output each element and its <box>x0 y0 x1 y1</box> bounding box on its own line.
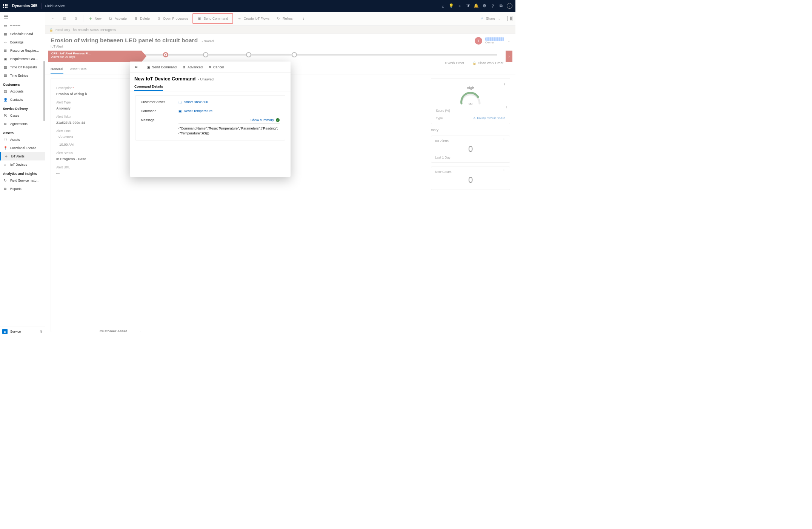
field-underline <box>178 123 280 124</box>
left-nav: ▭━━━━ ▦Schedule Board ᰔBookings ☰Resourc… <box>0 12 45 336</box>
dialog-cancel-button[interactable]: ✕Cancel <box>206 64 226 71</box>
chevron-updown-icon: ⇅ <box>40 330 43 333</box>
document-icon: 🗎 <box>3 122 8 126</box>
nav-item-resource-req[interactable]: ☰Resource Require… <box>0 46 45 55</box>
cube-icon: ⬚ <box>178 100 182 104</box>
nav-item-schedule-board[interactable]: ▦Schedule Board <box>0 30 45 38</box>
calendar-icon: ▦ <box>3 65 8 69</box>
dialog-send-command-button[interactable]: ▣Send Command <box>145 64 179 71</box>
dialog-title: New IoT Device Command <box>134 76 196 82</box>
topbar-divider <box>41 3 42 9</box>
nav-label: Cases <box>10 114 19 117</box>
message-json-text[interactable]: {"CommandName":"Reset Temperature","Para… <box>178 126 280 136</box>
search-icon[interactable]: ⌕ <box>439 4 447 8</box>
btn-label: Cancel <box>213 65 224 69</box>
window-icon: ▣ <box>3 57 8 61</box>
filter-icon[interactable]: ⧩ <box>464 3 472 8</box>
nav-item-truncated[interactable]: ▭━━━━ <box>0 22 45 30</box>
area-name: Service <box>10 330 21 333</box>
nav-item-fs-history[interactable]: ↻Field Service histo… <box>0 176 45 185</box>
nav-item-reports[interactable]: 🗎Reports <box>0 185 45 193</box>
history-icon: ↻ <box>3 178 8 183</box>
nav-label: IoT Alerts <box>11 154 25 158</box>
nav-label: Agreements <box>10 122 28 126</box>
check-circle-icon: ✓ <box>276 118 280 122</box>
nav-item-functional-locations[interactable]: 📍Functional Locatio… <box>0 144 45 152</box>
nav-item-iot-alerts[interactable]: ⎆IoT Alerts <box>0 152 45 160</box>
nav-label: Time Entries <box>10 74 28 77</box>
nav-item-time-off[interactable]: ▦Time Off Requests <box>0 63 45 71</box>
calendar-icon: ▦ <box>3 32 8 36</box>
nav-item-agreements[interactable]: 🗎Agreements <box>0 120 45 128</box>
show-summary-link[interactable]: Show summary✓ <box>178 118 280 122</box>
nav-item-bookings[interactable]: ᰔBookings <box>0 38 45 46</box>
wrench-icon: 🛠 <box>3 113 8 118</box>
nav-label: Field Service histo… <box>10 179 40 182</box>
brand-label: Dynamics 365 <box>12 4 37 8</box>
person-icon: 👤 <box>3 97 8 102</box>
app-area-label[interactable]: Field Service <box>45 4 65 8</box>
list-icon: ☰ <box>3 48 8 53</box>
dialog-form-card: Customer Asset ⬚Smart Brew 300 Command ▣… <box>135 95 285 140</box>
command-icon: ▣ <box>147 65 151 69</box>
nav-label: Accounts <box>10 89 23 93</box>
dialog-header: New IoT Device Command - Unsaved <box>130 73 291 82</box>
dialog-popout-button[interactable]: ⧉ <box>133 63 140 71</box>
area-switcher[interactable]: S Service ⇅ <box>0 327 45 336</box>
nav-group-service: Service Delivery <box>0 104 45 111</box>
lightbulb-icon[interactable]: 💡 <box>447 3 455 8</box>
nav-label: Contacts <box>10 98 23 102</box>
pin-icon: 📍 <box>3 146 8 150</box>
nav-label: IoT Devices <box>10 163 27 167</box>
unsaved-indicator: - Unsaved <box>198 77 214 81</box>
btn-label: Send Command <box>152 65 177 69</box>
area-badge: S <box>2 329 8 334</box>
person-icon: ᰔ <box>3 40 8 45</box>
nav-group-assets: Assets <box>0 128 45 136</box>
app-launcher-icon[interactable] <box>3 4 8 8</box>
lookup-customer-asset[interactable]: ⬚Smart Brew 300 <box>178 100 280 104</box>
generic-icon: ▭ <box>3 23 8 28</box>
nav-label: Requirement Gro… <box>10 57 38 61</box>
nav-item-requirement-groups[interactable]: ▣Requirement Gro… <box>0 55 45 63</box>
calendar-icon: ▦ <box>3 73 8 78</box>
dialog-tabs: Command Details <box>130 82 291 91</box>
plus-icon[interactable]: ＋ <box>455 3 464 9</box>
nav-item-cases[interactable]: 🛠Cases <box>0 111 45 120</box>
gear-icon[interactable]: ⚙ <box>480 3 489 8</box>
label-command: Command <box>141 109 178 113</box>
nav-label: Resource Require… <box>10 49 39 52</box>
nav-group-customers: Customers <box>0 80 45 87</box>
nav-item-time-entries[interactable]: ▦Time Entries <box>0 71 45 80</box>
nav-scrollbar[interactable] <box>43 61 45 121</box>
global-topbar: Dynamics 365 Field Service ⌕ 💡 ＋ ⧩ 🔔 ⚙ ?… <box>0 0 515 12</box>
panel-icon[interactable]: ⧉ <box>497 3 505 8</box>
dialog-tab-command-details[interactable]: Command Details <box>134 85 163 91</box>
report-icon: 🗎 <box>3 187 8 191</box>
label-customer-asset: Customer Asset <box>141 100 178 104</box>
bell-icon[interactable]: 🔔 <box>472 3 480 8</box>
dialog-advanced-button[interactable]: 🗎Advanced <box>180 64 205 71</box>
nav-toggle[interactable] <box>0 12 45 22</box>
user-avatar[interactable]: • <box>507 3 512 9</box>
nav-label: Bookings <box>10 40 23 44</box>
nav-item-accounts[interactable]: ▤Accounts <box>0 87 45 96</box>
main-region: ← ▤ ⧉ ＋New 🗋Activate 🗑Delete ⧉Open Proce… <box>45 12 515 336</box>
lookup-command[interactable]: ▣Reset Temperature <box>178 109 280 113</box>
nav-label: Assets <box>10 138 20 142</box>
cube-icon: ⬚ <box>3 137 8 142</box>
close-icon: ✕ <box>209 65 212 69</box>
device-icon: ⌂ <box>3 162 8 167</box>
nav-item-assets[interactable]: ⬚Assets <box>0 136 45 144</box>
popout-icon: ⧉ <box>135 65 137 69</box>
nav-label: Functional Locatio… <box>10 146 40 150</box>
nav-item-iot-devices[interactable]: ⌂IoT Devices <box>0 160 45 169</box>
nav-label: Schedule Board <box>10 32 33 36</box>
property-icon: ▣ <box>178 109 182 113</box>
document-gear-icon: 🗎 <box>183 65 186 69</box>
dialog-command-bar: ⧉ ▣Send Command 🗎Advanced ✕Cancel <box>130 62 291 73</box>
label-message: Message <box>141 118 178 122</box>
help-icon[interactable]: ? <box>489 4 497 8</box>
nav-item-contacts[interactable]: 👤Contacts <box>0 96 45 104</box>
building-icon: ▤ <box>3 89 8 94</box>
